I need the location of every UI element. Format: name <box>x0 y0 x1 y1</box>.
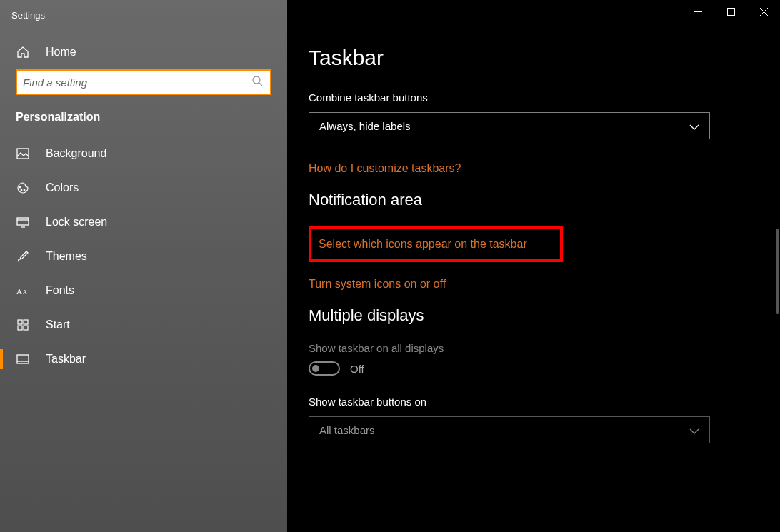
svg-rect-14 <box>24 326 28 330</box>
sidebar-item-label: Start <box>46 318 70 331</box>
toggle-state: Off <box>350 363 364 375</box>
combine-dropdown[interactable]: Always, hide labels <box>309 112 710 139</box>
maximize-button[interactable] <box>714 0 747 23</box>
svg-point-5 <box>24 189 25 191</box>
system-icons-link[interactable]: Turn system icons on or off <box>309 278 751 291</box>
font-icon: AA <box>16 283 30 298</box>
sidebar-item-colors[interactable]: Colors <box>0 171 287 205</box>
page-title: Taskbar <box>309 46 751 70</box>
sidebar-item-background[interactable]: Background <box>0 136 287 171</box>
svg-point-4 <box>21 189 22 191</box>
minimize-button[interactable] <box>681 0 714 23</box>
brush-icon <box>16 249 30 264</box>
monitor-icon <box>16 215 30 229</box>
svg-line-1 <box>259 83 262 86</box>
content-pane: Taskbar Combine taskbar buttons Always, … <box>287 0 780 532</box>
image-icon <box>16 146 30 161</box>
sidebar-item-fonts[interactable]: AA Fonts <box>0 273 287 308</box>
nav-home-label: Home <box>46 46 76 59</box>
titlebar-controls <box>681 0 780 23</box>
show-buttons-value: All taskbars <box>319 424 375 436</box>
sidebar-item-label: Colors <box>46 181 79 194</box>
svg-text:A: A <box>23 289 27 296</box>
sidebar-item-label: Fonts <box>46 284 74 297</box>
search-icon <box>251 75 263 89</box>
svg-rect-18 <box>727 8 734 15</box>
notification-heading: Notification area <box>309 191 751 209</box>
show-buttons-dropdown[interactable]: All taskbars <box>309 416 710 443</box>
svg-rect-2 <box>17 149 29 159</box>
sidebar-section: Personalization <box>0 105 287 136</box>
svg-rect-13 <box>18 326 22 330</box>
home-icon <box>16 45 30 59</box>
sidebar-item-themes[interactable]: Themes <box>0 239 287 273</box>
show-buttons-label: Show taskbar buttons on <box>309 396 751 408</box>
sidebar-item-start[interactable]: Start <box>0 308 287 342</box>
customize-link[interactable]: How do I customize taskbars? <box>309 162 751 175</box>
scrollbar[interactable] <box>776 43 779 532</box>
nav-home[interactable]: Home <box>0 35 287 69</box>
palette-icon <box>16 181 30 195</box>
sidebar: Settings Home Personalization Background <box>0 0 287 532</box>
svg-point-3 <box>19 186 21 188</box>
multiple-displays-heading: Multiple displays <box>309 306 751 325</box>
search-wrap <box>0 69 287 105</box>
svg-point-0 <box>253 76 260 84</box>
show-all-toggle[interactable] <box>309 361 340 376</box>
svg-rect-12 <box>24 320 28 324</box>
select-icons-link[interactable]: Select which icons appear on the taskbar <box>319 238 553 251</box>
sidebar-item-label: Background <box>46 147 106 160</box>
svg-rect-11 <box>18 320 22 324</box>
close-button[interactable] <box>747 0 780 23</box>
start-icon <box>16 318 30 332</box>
sidebar-item-lockscreen[interactable]: Lock screen <box>0 205 287 239</box>
sidebar-item-label: Lock screen <box>46 216 107 229</box>
search-input[interactable] <box>23 76 251 89</box>
show-all-toggle-row: Off <box>309 361 751 376</box>
combine-value: Always, hide labels <box>319 120 411 132</box>
svg-rect-6 <box>17 218 29 225</box>
sidebar-item-label: Themes <box>46 250 87 263</box>
combine-label: Combine taskbar buttons <box>309 91 751 104</box>
taskbar-icon <box>16 352 30 366</box>
sidebar-item-label: Taskbar <box>46 353 86 366</box>
highlighted-select-icons: Select which icons appear on the taskbar <box>309 226 563 262</box>
window-title: Settings <box>0 7 287 35</box>
chevron-down-icon <box>689 424 699 436</box>
search-box[interactable] <box>16 69 271 95</box>
chevron-down-icon <box>689 120 699 132</box>
svg-rect-15 <box>17 355 29 363</box>
show-all-label: Show taskbar on all displays <box>309 342 751 354</box>
svg-text:A: A <box>16 287 22 296</box>
sidebar-item-taskbar[interactable]: Taskbar <box>0 342 287 376</box>
